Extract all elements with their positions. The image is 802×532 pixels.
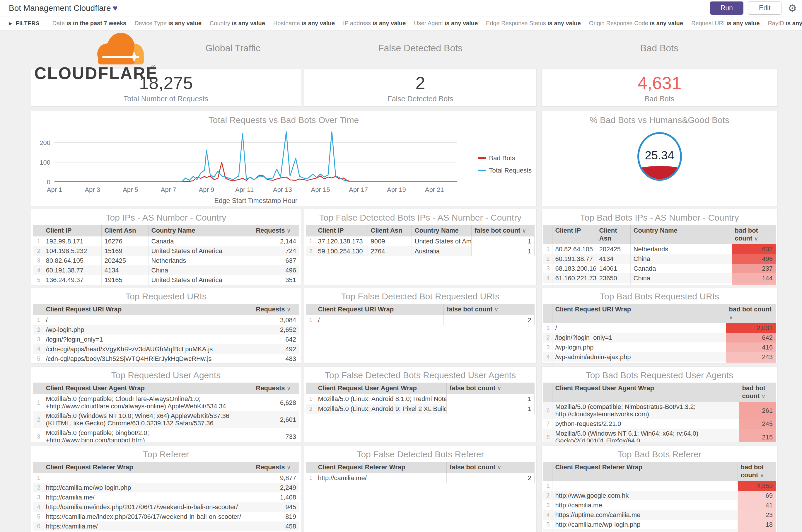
filter-bar: ▶ FILTERS Date is in the past 7 weeksDev… [0, 16, 802, 31]
data-cell: Mozilla/5.0 (compatible; CloudFlare-Alwa… [43, 394, 253, 411]
table-top-false-bot-user-agents: Top False Detected Bots Requested User A… [304, 366, 537, 442]
filter-chip[interactable]: Date is in the past 7 weeks [53, 20, 126, 26]
data-cell: http://camilia.me [552, 500, 738, 510]
sort-desc-icon[interactable]: ∨ [287, 306, 291, 312]
table-row: 4/wp-admin/admin-ajax.php243 [543, 352, 776, 362]
table-row: 1Mozilla/5.0 (compatible; CloudFlare-Alw… [33, 394, 299, 411]
column-header[interactable]: Client Request URI Wrap [43, 304, 253, 315]
data-cell: 202425 [596, 244, 630, 254]
row-number: 2 [33, 246, 43, 256]
row-number: 5 [543, 283, 552, 285]
value-cell: 2,031 [726, 323, 776, 333]
column-header[interactable]: Client Request Referer Wrap [43, 462, 253, 473]
column-header[interactable]: false bot count ∨ [447, 462, 535, 473]
row-number: 1 [33, 473, 43, 483]
data-cell: / [43, 315, 253, 325]
column-header[interactable]: Country Name [148, 225, 253, 236]
value-cell: 1 [447, 394, 535, 404]
sort-desc-icon[interactable]: ∨ [762, 393, 766, 399]
column-header[interactable]: bad bot count ∨ [739, 383, 776, 402]
column-header[interactable]: bad bot count ∨ [732, 225, 776, 244]
value-cell: 11 [738, 529, 776, 532]
filter-chip[interactable]: Hostname is any value [273, 20, 335, 26]
column-header[interactable]: Client Asn [368, 225, 412, 236]
column-header[interactable]: Requests ∨ [253, 383, 299, 394]
row-number-header [33, 462, 43, 473]
sort-desc-icon[interactable]: ∨ [760, 472, 764, 478]
column-header[interactable]: Requests ∨ [253, 462, 299, 473]
row-number: 1 [33, 315, 43, 325]
column-header[interactable]: Client IP [315, 225, 368, 236]
stat-card-false-detected-bots: 2 False Detected Bots [304, 69, 537, 107]
filter-chip[interactable]: IP address is any value [343, 20, 406, 26]
column-header[interactable]: bad bot count ∨ [726, 304, 776, 323]
data-cell: http://camilia.me/ [315, 473, 447, 483]
filters-expand-icon[interactable]: ▶ [9, 21, 12, 26]
data-cell: Mozilla/5.0 (Windows NT 6.1; Win64; x64;… [552, 429, 739, 442]
filter-chip[interactable]: User Agent is any value [414, 20, 478, 26]
column-header[interactable]: Client Request User Agent Wrap [43, 383, 253, 394]
column-header[interactable]: false bot count ∨ [447, 383, 535, 394]
data-cell: 60.191.38.77 [43, 265, 101, 275]
column-header[interactable]: Client Request User Agent Wrap [315, 383, 447, 394]
row-number: 3 [33, 492, 43, 502]
table-row: 7python-requests/2.21.0245 [543, 419, 776, 429]
row-number: 3 [543, 500, 552, 510]
data-cell [552, 283, 596, 285]
sort-desc-icon[interactable]: ∨ [287, 464, 291, 471]
sort-desc-icon[interactable]: ∨ [497, 385, 501, 392]
filter-chip[interactable]: RayID is any value [768, 20, 802, 26]
sort-desc-icon[interactable]: ∨ [497, 464, 501, 471]
data-cell: 4134 [596, 254, 630, 264]
value-cell: 2 [447, 473, 535, 483]
data-cell: 61.160.221.73 [552, 273, 596, 283]
column-header[interactable]: Requests ∨ [253, 225, 299, 236]
value-cell: 2,249 [253, 483, 299, 492]
column-header[interactable]: Client Request User Agent Wrap [552, 383, 739, 402]
column-header[interactable]: Client IP [43, 225, 101, 236]
column-header[interactable]: Client IP [552, 225, 596, 244]
filter-chip[interactable]: Device Type is any value [134, 20, 202, 26]
sort-desc-icon[interactable]: ∨ [494, 306, 499, 312]
legend-item[interactable]: Bad Bots [478, 154, 532, 162]
table-header-row: Client Request User Agent WrapRequests ∨ [33, 383, 299, 394]
legend-label: Total Requests [489, 167, 532, 174]
column-header[interactable]: Client Request Referer Wrap [315, 462, 447, 473]
sort-desc-icon[interactable]: ∨ [729, 314, 733, 321]
legend-item[interactable]: Total Requests [478, 167, 532, 174]
column-header[interactable]: Requests ∨ [253, 304, 299, 315]
edit-button[interactable]: Edit [748, 1, 782, 15]
row-number: 1 [33, 236, 43, 246]
filter-chip[interactable]: Edge Response Status is any value [486, 20, 581, 26]
column-header[interactable]: Country Name [630, 225, 732, 244]
sort-desc-icon[interactable]: ∨ [287, 385, 291, 392]
gear-icon[interactable]: ⚙ [788, 3, 797, 13]
data-cell: /login/?login_only=1 [552, 333, 726, 342]
sort-desc-icon[interactable]: ∨ [522, 228, 527, 234]
filter-chip[interactable]: Country is any value [210, 20, 265, 26]
table-title: Top False Detected Bot Requested URIs [304, 288, 536, 304]
column-header[interactable]: Client Request URI Wrap [315, 304, 444, 315]
column-header[interactable]: Client Asn [596, 225, 630, 244]
row-number: 6 [543, 529, 552, 532]
column-header[interactable]: false bot count ∨ [444, 304, 535, 315]
column-header[interactable]: false bot count ∨ [472, 225, 535, 236]
column-header[interactable]: Client Request Referer Wrap [552, 462, 738, 481]
table-row: 2Mozilla/5.0 (Windows NT 10.0; Win64; x6… [33, 411, 299, 428]
line-chart[interactable]: 0100200Apr 1Apr 3Apr 5Apr 7Apr 9Apr 11Ap… [34, 126, 473, 205]
run-button[interactable]: Run [710, 1, 743, 15]
user-agent-tables-row: Top Requested User AgentsClient Request … [31, 366, 778, 442]
value-cell: 1 [447, 404, 535, 414]
sort-desc-icon[interactable]: ∨ [287, 228, 291, 234]
filter-chip[interactable]: Request URI is any value [691, 20, 760, 26]
column-header[interactable]: Client Asn [101, 225, 148, 236]
column-header[interactable]: Client Request URI Wrap [552, 304, 726, 323]
row-number: 4 [33, 502, 43, 512]
data-table: Client IPClient AsnCountry Namefalse bot… [306, 225, 535, 256]
column-header[interactable]: Country Name [412, 225, 472, 236]
timeseries-chart-card: Total Requests vs Bad Bots Over Time 010… [31, 111, 537, 206]
sort-desc-icon[interactable]: ∨ [754, 235, 758, 242]
data-cell: Netherlands [148, 256, 253, 265]
filter-chip[interactable]: Origin Response Code is any value [589, 20, 683, 26]
column-header[interactable]: bad bot count ∨ [738, 462, 776, 481]
